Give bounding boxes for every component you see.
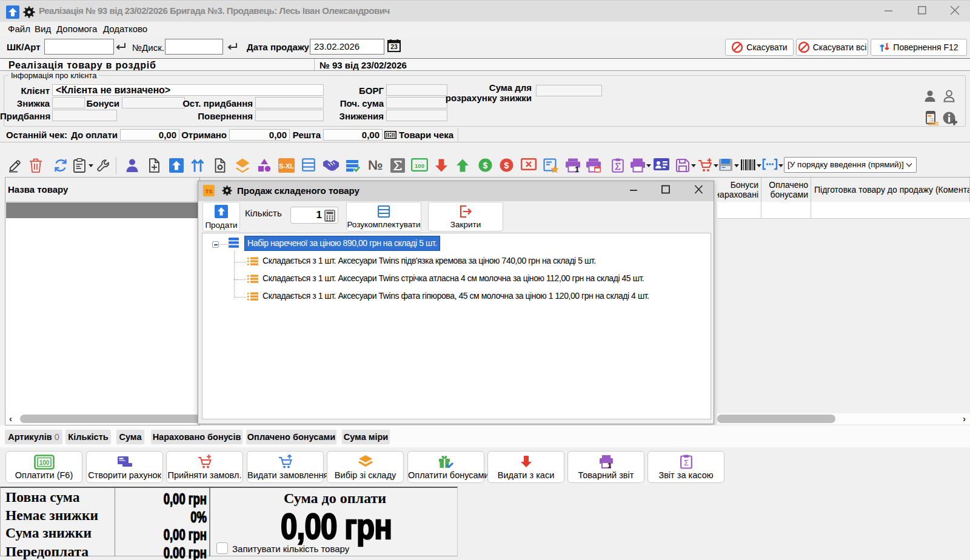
svg-text:№: № — [368, 158, 383, 173]
svg-text:S-XL: S-XL — [279, 162, 294, 170]
svg-text:Σ: Σ — [683, 458, 688, 467]
svg-text:$: $ — [483, 161, 488, 170]
svg-text:23: 23 — [390, 44, 398, 50]
svg-text:100: 100 — [39, 459, 49, 466]
svg-text:1: 1 — [607, 462, 611, 469]
svg-text:1: 1 — [575, 165, 579, 173]
svg-text:100: 100 — [415, 162, 424, 169]
svg-text:$: $ — [504, 161, 509, 170]
svg-text:SMS: SMS — [928, 121, 938, 126]
svg-text:TS: TS — [206, 188, 213, 195]
